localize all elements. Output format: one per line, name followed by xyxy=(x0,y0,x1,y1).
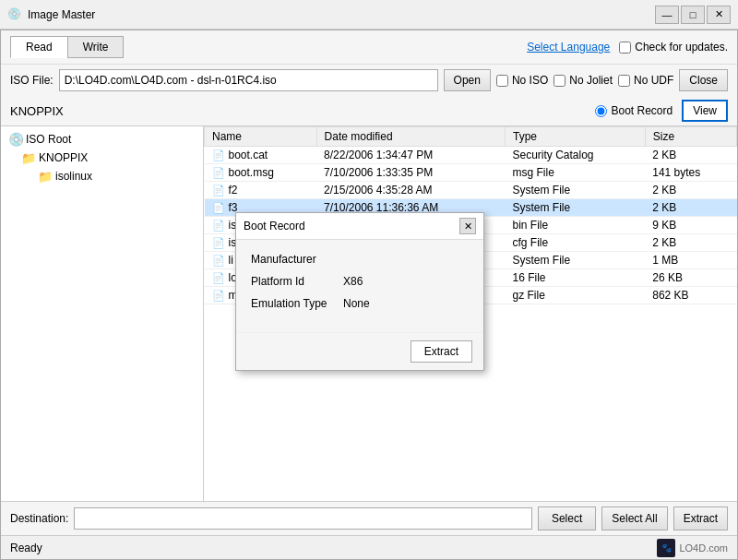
dialog-footer: Extract xyxy=(236,332,483,370)
app-title: Image Master xyxy=(28,8,655,21)
file-size-cell: 2 KB xyxy=(645,199,736,217)
file-icon: 📄 xyxy=(212,290,225,301)
table-row[interactable]: 📄boot.msg 7/10/2006 1:33:35 PM msg File … xyxy=(205,164,737,182)
disk-icon: 💿 xyxy=(8,132,23,147)
file-size-cell: 2 KB xyxy=(645,182,736,199)
file-icon: 📄 xyxy=(212,272,225,283)
file-icon: 📄 xyxy=(212,149,225,161)
top-right-controls: Select Language Check for updates. xyxy=(527,41,728,54)
file-size-cell: 2 KB xyxy=(645,147,736,164)
boot-record-radio[interactable] xyxy=(595,105,607,117)
destination-label: Destination: xyxy=(10,512,68,525)
tab-read[interactable]: Read xyxy=(10,36,67,58)
file-date-cell: 7/10/2006 1:33:35 PM xyxy=(316,164,505,182)
file-type-cell: cfg File xyxy=(505,234,645,252)
logo-text: LO4D.com xyxy=(679,542,728,554)
no-joliet-checkbox[interactable] xyxy=(554,75,565,87)
file-icon: 📄 xyxy=(212,220,225,231)
file-icon: 📄 xyxy=(212,255,225,266)
no-iso-label[interactable]: No ISO xyxy=(496,74,548,87)
platform-id-label: Platform Id xyxy=(251,275,343,288)
file-name-cell: 📄boot.msg xyxy=(205,164,317,182)
maximize-button[interactable]: □ xyxy=(681,6,705,24)
emulation-type-label: Emulation Type xyxy=(251,297,343,310)
select-all-button[interactable]: Select All xyxy=(601,506,667,530)
file-size-cell: 862 KB xyxy=(645,287,736,304)
check-updates-checkbox[interactable] xyxy=(619,42,631,54)
dialog-close-button[interactable]: ✕ xyxy=(459,218,476,234)
close-iso-button[interactable]: Close xyxy=(679,69,728,91)
check-updates-text: Check for updates. xyxy=(635,41,728,54)
tree-label-iso-root: ISO Root xyxy=(26,133,71,146)
no-iso-text: No ISO xyxy=(512,74,548,87)
file-size-cell: 2 KB xyxy=(645,234,736,252)
file-name-cell: 📄f2 xyxy=(205,182,317,199)
tab-group: Read Write xyxy=(10,36,124,58)
emulation-type-value: None xyxy=(343,297,370,310)
manufacturer-label: Manufacturer xyxy=(251,253,343,266)
file-icon: 📄 xyxy=(212,185,225,196)
folder-icon-isolinux: 📁 xyxy=(38,169,53,184)
dialog-row-manufacturer: Manufacturer xyxy=(251,253,469,266)
logo-area: 🐾 LO4D.com xyxy=(657,539,728,557)
tree-panel: 💿 ISO Root 📁 KNOPPIX 📁 isolinux xyxy=(1,126,204,501)
boot-record-radio-label[interactable]: Boot Record xyxy=(595,104,673,117)
no-joliet-text: No Joliet xyxy=(569,74,613,87)
view-button[interactable]: View xyxy=(682,100,728,122)
knoppix-row: KNOPPIX Boot Record View xyxy=(1,96,737,125)
no-udf-label[interactable]: No UDF xyxy=(618,74,673,87)
no-iso-checkbox[interactable] xyxy=(496,75,508,87)
tree-item-isolinux[interactable]: 📁 isolinux xyxy=(5,167,199,185)
destination-input[interactable] xyxy=(74,507,532,530)
file-type-cell: System File xyxy=(505,252,645,269)
tree-label-knoppix: KNOPPIX xyxy=(39,151,88,164)
file-date-cell: 8/22/2006 1:34:47 PM xyxy=(316,147,505,164)
tree-item-iso-root[interactable]: 💿 ISO Root xyxy=(5,130,199,149)
knoppix-label: KNOPPIX xyxy=(10,104,586,118)
col-name[interactable]: Name xyxy=(205,127,317,147)
extract-button[interactable]: Extract xyxy=(673,506,728,530)
close-button[interactable]: ✕ xyxy=(707,6,731,24)
file-type-cell: msg File xyxy=(505,164,645,182)
file-type-cell: Security Catalog xyxy=(505,147,645,164)
no-joliet-label[interactable]: No Joliet xyxy=(554,74,613,87)
minimize-button[interactable]: — xyxy=(655,6,679,24)
boot-record-dialog: Boot Record ✕ Manufacturer Platform Id X… xyxy=(235,212,484,371)
tab-write[interactable]: Write xyxy=(67,36,125,58)
file-type-cell: bin File xyxy=(505,217,645,234)
file-type-cell: 16 File xyxy=(505,269,645,287)
toolbar: Read Write Select Language Check for upd… xyxy=(1,30,737,65)
folder-icon-knoppix: 📁 xyxy=(21,150,36,165)
platform-id-value: X86 xyxy=(343,275,363,288)
check-updates-label[interactable]: Check for updates. xyxy=(619,41,728,54)
boot-record-text: Boot Record xyxy=(612,104,673,117)
dialog-extract-button[interactable]: Extract xyxy=(411,340,472,363)
file-icon: 📄 xyxy=(212,202,225,213)
dialog-body: Manufacturer Platform Id X86 Emulation T… xyxy=(236,240,483,332)
file-size-cell: 26 KB xyxy=(645,269,736,287)
col-type[interactable]: Type xyxy=(505,127,645,147)
file-type-cell: gz File xyxy=(505,287,645,304)
open-button[interactable]: Open xyxy=(444,69,491,91)
col-date[interactable]: Date modified xyxy=(316,127,505,147)
app-icon: 💿 xyxy=(7,7,22,22)
table-row[interactable]: 📄f2 2/15/2006 4:35:28 AM System File 2 K… xyxy=(205,182,737,199)
file-size-cell: 1 MB xyxy=(645,252,736,269)
file-type-cell: System File xyxy=(505,182,645,199)
iso-row: ISO File: Open No ISO No Joliet No UDF C… xyxy=(1,65,737,96)
select-button[interactable]: Select xyxy=(538,506,596,530)
dialog-titlebar: Boot Record ✕ xyxy=(236,213,483,240)
file-date-cell: 2/15/2006 4:35:28 AM xyxy=(316,182,505,199)
tree-label-isolinux: isolinux xyxy=(55,170,92,183)
dialog-row-platform: Platform Id X86 xyxy=(251,275,469,288)
file-size-cell: 141 bytes xyxy=(645,164,736,182)
col-size[interactable]: Size xyxy=(645,127,736,147)
file-size-cell: 9 KB xyxy=(645,217,736,234)
table-row[interactable]: 📄boot.cat 8/22/2006 1:34:47 PM Security … xyxy=(205,147,737,164)
no-udf-checkbox[interactable] xyxy=(618,75,630,87)
bottom-row: Destination: Select Select All Extract xyxy=(1,501,737,535)
tree-item-knoppix[interactable]: 📁 KNOPPIX xyxy=(5,149,199,167)
select-language-link[interactable]: Select Language xyxy=(527,41,610,54)
file-name-cell: 📄boot.cat xyxy=(205,147,317,164)
iso-file-input[interactable] xyxy=(59,69,438,91)
